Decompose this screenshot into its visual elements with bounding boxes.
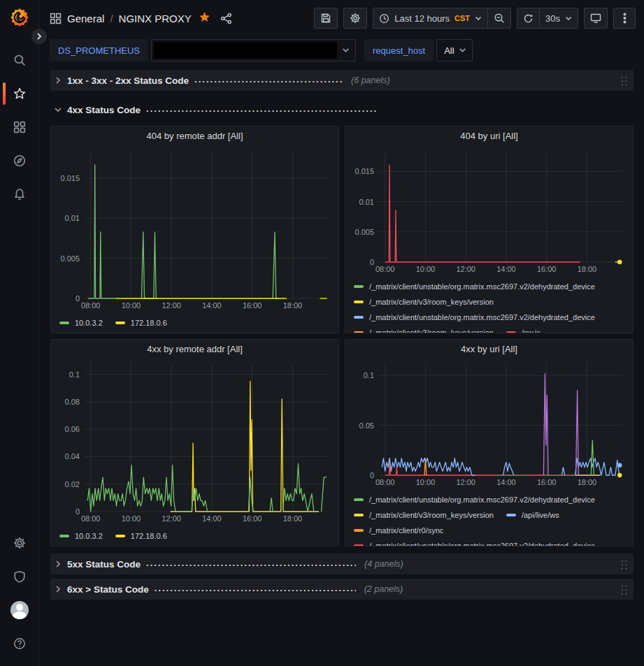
panel-legend: /_matrix/client/unstable/org.matrix.msc2… [351,491,627,546]
sidebar-item-alerting[interactable] [0,178,38,211]
time-range-picker[interactable]: Last 12 hours CST [373,8,488,29]
sidebar-item-search[interactable] [0,43,38,77]
breadcrumb-dashboard-title[interactable]: NGINX PROXY [119,13,192,24]
legend-swatch [354,285,364,288]
row-5xx[interactable]: 5xx Status Code ........................… [50,553,634,574]
svg-text:0.05: 0.05 [359,421,374,430]
clock-icon [379,13,389,24]
legend-swatch [354,301,364,303]
svg-text:0: 0 [370,471,374,479]
refresh-icon [523,13,534,24]
datasource-variable-label[interactable]: DS_PROMETHEUS [50,39,148,61]
legend-swatch [354,529,364,532]
legend-item[interactable]: 10.0.3.2 [59,528,103,544]
row-title: 1xx - 3xx - 2xx Status Code [67,75,189,86]
svg-text:18:00: 18:00 [578,478,597,486]
svg-text:0.01: 0.01 [359,198,374,206]
chart-canvas[interactable]: 08:0010:0012:0014:0016:0018:0000.0050.01… [57,145,333,314]
legend-item[interactable]: /_matrix/client/v3/room_keys/version [354,294,494,310]
dashboard-canvas: 1xx - 3xx - 2xx Status Code ............… [40,64,644,600]
legend-item[interactable]: /_matrix/client/v3/room_keys/version [354,325,494,333]
sidebar-expand-button[interactable] [31,28,48,45]
share-button[interactable] [220,13,232,24]
sidebar-item-explore[interactable] [0,144,38,178]
legend-item[interactable]: /_matrix/client/unstable/org.matrix.msc2… [354,310,595,325]
svg-text:10:00: 10:00 [416,478,436,486]
svg-text:0.005: 0.005 [60,254,80,263]
legend-label: 172.18.0.6 [131,532,167,540]
save-dashboard-button[interactable] [314,8,338,29]
kebab-menu-icon [623,13,627,24]
legend-label: /_matrix/client/v3/room_keys/version [369,298,494,306]
variable-request-host: request_host All [364,39,473,61]
row-drag-handle[interactable] [620,584,628,595]
svg-text:0.06: 0.06 [65,425,80,433]
chart-canvas[interactable]: 08:0010:0012:0014:0016:0018:0000.050.1 [351,358,627,491]
svg-text:0.015: 0.015 [355,167,374,175]
legend-item[interactable]: /_matrix/client/unstable/org.matrix.msc2… [354,538,595,546]
legend-label: 10.0.3.2 [75,532,103,540]
row-drag-handle[interactable] [620,75,628,86]
chart-canvas[interactable]: 08:0010:0012:0014:0016:0018:0000.0050.01… [351,145,627,277]
row-4xx[interactable]: 4xx Status Code ........................… [50,99,634,120]
legend-label: /_matrix/client/unstable/org.matrix.msc2… [369,495,595,504]
cycle-view-mode-button[interactable] [584,8,608,29]
legend-swatch [59,535,69,537]
zoom-out-time-button[interactable] [487,8,511,29]
sidebar-item-server-admin[interactable] [0,560,38,593]
panel-title[interactable]: 4xx by uri [All] [351,340,627,358]
chevron-down-icon [475,16,482,21]
dashboard-toolbar: Last 12 hours CST 30s [314,8,636,29]
sidebar-item-configuration[interactable] [0,526,38,560]
svg-text:14:00: 14:00 [496,478,516,486]
sidebar-item-dashboards[interactable] [0,110,38,144]
refresh-interval-picker[interactable]: 30s [539,8,578,29]
row-1xx-3xx-2xx[interactable]: 1xx - 3xx - 2xx Status Code ............… [50,70,634,91]
legend-item[interactable]: 172.18.0.6 [115,315,167,331]
chart-canvas[interactable]: 08:0010:0012:0014:0016:0018:0000.020.040… [57,358,333,527]
panel-title[interactable]: 404 by remote addr [All] [57,126,333,145]
request-host-variable-select[interactable]: All [436,39,473,61]
variable-datasource: DS_PROMETHEUS [50,39,356,61]
star-filled-icon [199,11,210,23]
favorite-star-button[interactable] [199,11,210,25]
svg-text:14:00: 14:00 [202,301,222,310]
shield-icon [13,570,26,583]
panel-legend: 10.0.3.2172.18.0.6 [57,314,333,331]
row-title: 6xx > Status Code [67,584,149,595]
dashboard-settings-button[interactable] [343,8,367,29]
kebab-menu-button[interactable] [613,8,636,29]
svg-text:16:00: 16:00 [537,478,557,486]
monitor-icon [590,13,601,24]
row-6xx[interactable]: 6xx > Status Code ......................… [50,579,634,600]
legend-item[interactable]: /sw.js [506,325,541,333]
panel-title[interactable]: 404 by uri [All] [351,126,627,145]
legend-item[interactable]: /api/live/ws [506,507,559,523]
sidebar-item-profile[interactable] [0,593,38,627]
row-drag-handle[interactable] [620,558,628,570]
legend-item[interactable]: /_matrix/client/v3/room_keys/version [354,507,494,523]
panel-title[interactable]: 4xx by remote addr [All] [57,340,333,358]
sidebar-item-help[interactable] [0,627,38,660]
breadcrumb-folder[interactable]: General [67,13,104,24]
svg-text:18:00: 18:00 [283,301,303,310]
help-icon [13,637,26,650]
grafana-logo[interactable] [9,7,30,28]
time-range-label: Last 12 hours [394,13,450,24]
chevron-right-icon [55,560,62,567]
refresh-interval-label: 30s [545,13,560,24]
row-dots-leader: ........................................… [146,103,377,116]
request-host-variable-label[interactable]: request_host [364,39,434,61]
row-dots-leader: ........................................… [146,558,356,570]
sidebar-item-starred[interactable] [0,77,38,110]
legend-item[interactable]: 172.18.0.6 [115,528,167,544]
legend-item[interactable]: /_matrix/client/unstable/org.matrix.msc2… [354,492,595,507]
legend-item[interactable]: 10.0.3.2 [59,315,103,331]
legend-item[interactable]: /_matrix/client/unstable/org.matrix.msc2… [354,279,595,294]
datasource-variable-select[interactable] [151,39,356,61]
legend-item[interactable]: /_matrix/client/r0/sync [354,523,443,538]
refresh-button[interactable] [517,8,540,29]
sidebar-nav [0,43,38,211]
svg-text:12:00: 12:00 [456,265,475,273]
time-range-group: Last 12 hours CST [373,8,511,29]
